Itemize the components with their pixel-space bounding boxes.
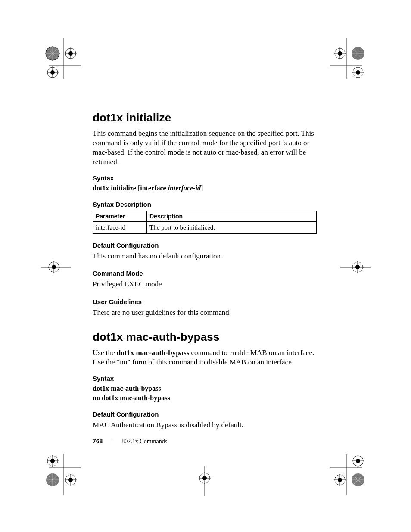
svg-line-31 (353, 49, 363, 58)
footer-chapter-title: 802.1x Commands (121, 438, 167, 445)
svg-point-26 (356, 70, 360, 75)
command-mode-heading: Command Mode (93, 270, 317, 277)
syntax2-cmd1: dot1x mac-auth-bypass (93, 385, 161, 392)
svg-point-58 (199, 473, 210, 483)
crop-mark-bottom-left (34, 448, 81, 495)
page-number: 768 (93, 438, 103, 445)
page-footer: 768 802.1x Commands (93, 438, 167, 445)
svg-point-72 (352, 473, 364, 486)
syntax2-cmd2: no dot1x mac-auth-bypass (93, 394, 170, 401)
svg-line-75 (353, 475, 363, 485)
syntax-bracket-open: [ (136, 184, 140, 192)
table-row: interface-id The port to be initialized. (93, 222, 317, 234)
crop-mark-bottom-center (192, 466, 218, 498)
syntax-bold1: dot1x initialize (93, 184, 136, 192)
svg-line-30 (353, 49, 363, 58)
svg-point-1 (46, 47, 59, 60)
crop-mark-top-right (330, 38, 377, 85)
crop-mark-mid-left (41, 254, 75, 282)
table-cell-param: interface-id (93, 222, 147, 234)
section2-intro-p1: Use the (93, 348, 117, 357)
user-guidelines-heading: User Guidelines (93, 298, 317, 305)
syntax-heading: Syntax (93, 174, 317, 182)
page-content: dot1x initialize This command begins the… (93, 111, 317, 439)
default-config-text: This command has no default configuratio… (93, 252, 317, 261)
svg-line-6 (48, 49, 57, 58)
section2-default-config-heading: Default Configuration (93, 411, 317, 418)
svg-point-0 (46, 47, 59, 60)
svg-point-44 (65, 475, 76, 485)
svg-point-23 (353, 67, 363, 78)
svg-point-36 (52, 265, 56, 269)
section2-intro: Use the dot1x mac-auth-bypass command to… (93, 348, 317, 367)
svg-point-71 (356, 459, 360, 463)
section2-intro-bold: dot1x mac-auth-bypass (117, 348, 190, 357)
svg-point-38 (352, 262, 363, 272)
syntax-line-2: no dot1x mac-auth-bypass (93, 394, 317, 402)
svg-line-76 (353, 475, 363, 485)
default-config-heading: Default Configuration (93, 242, 317, 249)
syntax-bold2: interface (140, 184, 168, 192)
svg-point-68 (353, 456, 363, 466)
svg-point-52 (46, 473, 59, 486)
syntax-desc-heading: Syntax Description (93, 201, 317, 208)
section2-syntax-heading: Syntax (93, 375, 317, 382)
svg-point-61 (202, 476, 207, 480)
svg-line-5 (48, 49, 57, 58)
crop-mark-mid-right (336, 254, 371, 282)
footer-divider (112, 439, 112, 445)
svg-point-2 (46, 47, 59, 60)
section2-title: dot1x mac-auth-bypass (93, 330, 317, 344)
svg-point-51 (50, 459, 55, 463)
table-cell-desc: The port to be initialized. (147, 222, 317, 234)
svg-point-47 (68, 478, 73, 482)
svg-point-48 (47, 456, 58, 466)
svg-point-33 (49, 262, 59, 272)
syntax-command: dot1x initialize [interface interface-id… (93, 184, 317, 192)
section2-default-config-text: MAC Authentication Bypass is disabled by… (93, 420, 317, 430)
crop-mark-bottom-right (330, 448, 377, 495)
parameter-table: Parameter Description interface-id The p… (93, 211, 317, 234)
svg-point-9 (65, 48, 76, 59)
svg-point-64 (335, 475, 345, 485)
syntax-line-1: dot1x mac-auth-bypass (93, 385, 317, 392)
svg-line-55 (48, 475, 57, 485)
user-guidelines-text: There are no user guidelines for this co… (93, 308, 317, 317)
syntax-bracket-close: ] (201, 184, 203, 192)
svg-point-22 (338, 51, 342, 56)
section1-intro: This command begins the initialization s… (93, 129, 317, 167)
svg-point-12 (68, 51, 73, 56)
svg-point-41 (355, 265, 360, 269)
table-header-description: Description (147, 211, 317, 222)
command-mode-text: Privileged EXEC mode (93, 280, 317, 289)
svg-point-16 (50, 70, 55, 75)
svg-point-67 (338, 478, 342, 482)
svg-line-56 (48, 475, 57, 485)
section1-title: dot1x initialize (93, 111, 317, 124)
crop-mark-top-left (34, 38, 81, 85)
svg-point-19 (335, 48, 345, 59)
svg-point-27 (352, 47, 364, 60)
table-header-parameter: Parameter (93, 211, 147, 222)
svg-point-13 (47, 67, 58, 78)
syntax-italic: interface-id (168, 184, 201, 192)
